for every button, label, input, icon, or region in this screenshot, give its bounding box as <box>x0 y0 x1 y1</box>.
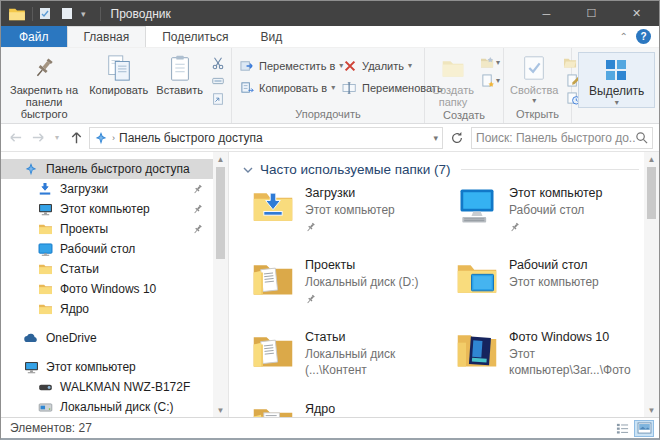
address-bar[interactable]: › Панель быстрого доступа ▾ <box>89 127 443 149</box>
drive-icon <box>37 399 53 415</box>
folder-tile-6[interactable]: Фото Windows 10Этот компьютер\Заг...\Фот… <box>455 327 655 399</box>
pin-to-quick-access-button[interactable]: Закрепить на панели быстрого доступа <box>3 50 85 132</box>
quick-access-star-icon <box>94 131 108 145</box>
maximize-button[interactable]: ☐ <box>569 1 614 26</box>
sidebar-item-7[interactable]: Фото Windows 10 <box>1 279 213 299</box>
sidebar-item-label: Загрузки <box>60 182 108 196</box>
ribbon: Закрепить на панели быстрого доступа Коп… <box>1 48 659 124</box>
sidebar-scroll-thumb[interactable] <box>216 167 225 259</box>
sidebar-scroll-down-icon[interactable]: ▼ <box>213 403 228 417</box>
pin-icon <box>192 184 203 195</box>
easy-access-icon <box>480 56 495 69</box>
help-icon[interactable]: ? <box>636 29 651 44</box>
select-button[interactable]: Выделить ▾ <box>578 52 655 108</box>
qat-customize-chevron-icon[interactable]: ▾ <box>81 9 86 19</box>
tab-home[interactable]: Главная <box>67 26 147 47</box>
main-scroll-up-icon[interactable]: ▲ <box>644 152 659 166</box>
items-count: Элементов: 27 <box>10 421 92 435</box>
sidebar-item-label: WALKMAN NWZ-B172F <box>60 380 190 394</box>
sidebar-item-6[interactable]: Статьи <box>1 259 213 279</box>
up-button[interactable] <box>66 128 86 148</box>
copy-path-icon <box>211 74 225 88</box>
delete-x-icon <box>342 58 358 74</box>
section-frequent-folders[interactable]: Часто используемые папки (7) <box>243 162 639 177</box>
details-view-button[interactable] <box>612 420 632 437</box>
sidebar-scrollbar[interactable]: ▲ ▼ <box>213 152 228 417</box>
breadcrumb[interactable]: Панель быстрого доступа <box>119 131 263 145</box>
folder-tile-2[interactable]: Этот компьютерРабочий стол <box>455 183 655 255</box>
sidebar-item-label: Ядро <box>60 302 89 316</box>
copy-path-button[interactable] <box>207 72 229 89</box>
sidebar-item-4[interactable]: Проекты <box>1 219 213 239</box>
address-row: ▾ › Панель быстрого доступа ▾ <box>1 124 659 152</box>
tile-computer-icon <box>455 185 499 231</box>
sidebar-item-label: Фото Windows 10 <box>60 282 156 296</box>
navigation-pane: Панель быстрого доступаЗагрузкиЭтот комп… <box>1 152 229 417</box>
sidebar-item-label: Локальный диск (C:) <box>60 400 174 414</box>
properties-button[interactable]: Свойства ▾ <box>506 50 562 105</box>
back-button[interactable] <box>5 128 25 148</box>
main-scroll-thumb[interactable] <box>647 167 656 219</box>
folder-icon <box>37 221 53 237</box>
easy-access-button[interactable]: ▾ <box>479 54 501 71</box>
refresh-button[interactable] <box>446 127 468 149</box>
group-label-organize: Упорядочить <box>234 107 422 123</box>
paste-shortcut-button[interactable] <box>207 90 229 107</box>
recent-locations-chevron-icon[interactable]: ▾ <box>51 128 63 148</box>
main-scroll-down-icon[interactable]: ▼ <box>644 403 659 417</box>
pin-icon <box>192 224 203 235</box>
copy-to-button[interactable]: Копировать в▾ <box>240 78 332 97</box>
tile-photo-icon <box>455 329 499 375</box>
section-collapse-icon[interactable] <box>243 166 253 174</box>
move-to-icon <box>240 58 255 74</box>
sidebar-item-8[interactable]: Ядро <box>1 299 213 319</box>
breadcrumb-chevron-icon[interactable]: › <box>112 133 115 143</box>
close-button[interactable]: ✕ <box>614 1 659 26</box>
folder-tile-5[interactable]: СтатьиЛокальный диск (...\Контент <box>251 327 451 399</box>
qat-new-folder-button[interactable] <box>59 7 75 21</box>
sidebar-item-5[interactable]: Рабочий стол <box>1 239 213 259</box>
tab-view[interactable]: Вид <box>244 26 298 47</box>
folder-tile-1[interactable]: ЗагрузкиЭтот компьютер <box>251 183 451 255</box>
folder-tile-4[interactable]: Рабочий столЭтот компьютер <box>455 255 655 327</box>
tile-desktop-icon <box>455 257 499 303</box>
new-folder-icon <box>438 53 468 83</box>
sidebar-item-2[interactable]: Загрузки <box>1 179 213 199</box>
address-dropdown-icon[interactable]: ▾ <box>433 133 438 143</box>
sidebar-item-9[interactable]: OneDrive <box>1 328 213 348</box>
sidebar-item-12[interactable]: Локальный диск (C:) <box>1 397 213 417</box>
folder-tile-7[interactable]: ЯдроЛокальный ...\windows10i.ru <box>251 399 451 417</box>
main-scrollbar[interactable]: ▲ ▼ <box>644 152 659 417</box>
minimize-button[interactable]: ─ <box>524 1 569 26</box>
thumbnails-view-button[interactable] <box>634 420 654 437</box>
folder-icon <box>37 281 53 297</box>
cut-button[interactable] <box>207 54 229 71</box>
download-icon <box>37 181 53 197</box>
tab-file[interactable]: Файл <box>1 26 67 47</box>
sidebar-item-3[interactable]: Этот компьютер <box>1 199 213 219</box>
qat-properties-button[interactable] <box>37 7 53 21</box>
paste-button[interactable]: Вставить <box>152 50 207 96</box>
tile-kernel-icon <box>251 401 295 417</box>
details-view-icon <box>615 422 630 435</box>
search-input[interactable] <box>476 131 635 145</box>
sidebar-scroll-up-icon[interactable]: ▲ <box>213 152 228 166</box>
tile-downloads-icon <box>251 185 295 231</box>
search-icon[interactable] <box>635 131 648 144</box>
move-to-button[interactable]: Переместить в▾ <box>240 56 332 75</box>
explorer-window: ▾ Проводник ─ ☐ ✕ Файл Главная Поделитьс… <box>0 0 660 440</box>
sidebar-item-11[interactable]: WALKMAN NWZ-B172F <box>1 377 213 397</box>
forward-button[interactable] <box>28 128 48 148</box>
new-item-button[interactable]: ▾ <box>479 72 501 89</box>
tab-share[interactable]: Поделиться <box>146 26 244 47</box>
title-bar: ▾ Проводник ─ ☐ ✕ <box>1 1 659 26</box>
copy-button[interactable]: Копировать <box>85 50 152 96</box>
sidebar-item-1[interactable]: Панель быстрого доступа <box>1 159 213 179</box>
folder-tile-3[interactable]: ПроектыЛокальный диск (D:) <box>251 255 451 327</box>
sidebar-item-10[interactable]: Этот компьютер <box>1 357 213 377</box>
new-folder-button[interactable]: Создать папку <box>427 50 479 108</box>
rename-icon <box>342 80 358 96</box>
collapse-ribbon-icon[interactable]: ⌃ <box>620 31 628 42</box>
qastar-icon <box>23 161 39 177</box>
tile-docs-icon <box>251 257 295 303</box>
